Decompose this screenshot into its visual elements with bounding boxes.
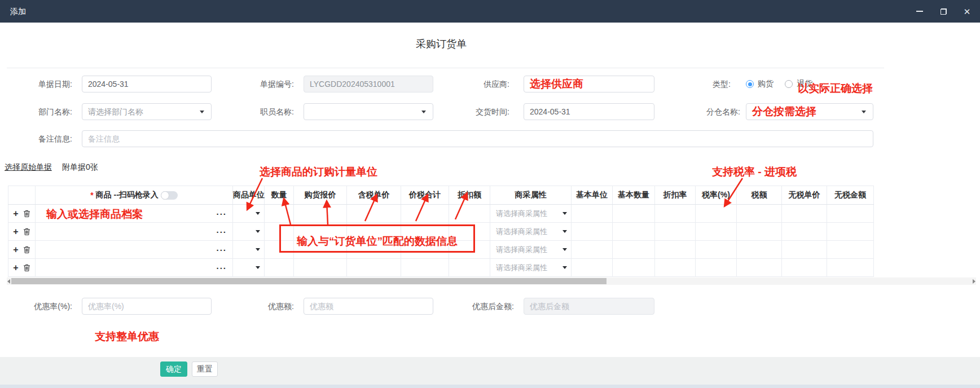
total-cell[interactable] <box>401 259 449 277</box>
discount-rate-cell[interactable] <box>655 223 696 241</box>
radio-unselected-icon <box>785 80 793 88</box>
toggle-knob <box>161 191 169 200</box>
col-header-unit: 商品单位 <box>233 186 265 205</box>
radio-purchase[interactable]: 购货 <box>746 79 774 89</box>
delete-row-icon[interactable] <box>23 246 30 254</box>
product-cell[interactable]: ... <box>36 259 233 277</box>
doc-date-input[interactable] <box>82 76 212 92</box>
scroll-left-icon[interactable] <box>7 279 10 284</box>
discount-rate-cell[interactable] <box>655 241 696 259</box>
unit-cell[interactable] <box>233 223 265 241</box>
department-select[interactable]: 请选择部门名称 <box>82 103 212 120</box>
tax-rate-cell[interactable] <box>696 259 737 277</box>
quote-cell[interactable] <box>294 205 347 223</box>
add-row-icon[interactable]: + <box>13 209 18 218</box>
attachment-count: 附单据0张 <box>62 162 98 171</box>
close-button[interactable]: ✕ <box>960 4 974 19</box>
doc-date-label: 单据日期: <box>0 76 72 92</box>
scroll-right-icon[interactable] <box>973 279 975 284</box>
discount-rate-cell[interactable] <box>655 259 696 277</box>
taxed-price-cell[interactable] <box>347 205 401 223</box>
warehouse-select[interactable]: 分仓按需选择 <box>746 103 873 120</box>
product-picker-button[interactable]: ... <box>216 225 227 235</box>
chevron-down-icon <box>562 248 567 251</box>
chevron-down-icon <box>562 266 567 269</box>
supplier-annotation: 选择供应商 <box>530 78 583 90</box>
table-row: + ... 请选择商采属性 <box>8 259 874 277</box>
final-amount-input <box>524 298 654 315</box>
discount-amt-cell[interactable] <box>449 259 490 277</box>
add-row-icon[interactable]: + <box>13 227 18 236</box>
untaxed-amt-cell <box>827 223 874 241</box>
product-cell[interactable]: ... <box>36 241 233 259</box>
base-unit-cell <box>572 205 613 223</box>
tax-amt-cell <box>737 241 782 259</box>
col-header-taxed-price: 含税单价 <box>347 186 401 205</box>
base-unit-cell <box>572 241 613 259</box>
discount-amt-cell[interactable] <box>449 205 490 223</box>
unit-cell[interactable] <box>233 259 265 277</box>
attr-cell[interactable]: 请选择商采属性 <box>490 205 572 223</box>
chevron-down-icon <box>562 230 567 233</box>
add-row-icon[interactable]: + <box>13 263 18 272</box>
product-column-header: * 商品 --扫码枪录入 <box>36 186 233 205</box>
product-cell[interactable]: ... <box>36 223 233 241</box>
base-qty-cell <box>613 205 655 223</box>
delete-row-icon[interactable] <box>23 210 30 218</box>
chevron-down-icon <box>421 111 426 113</box>
chevron-down-icon <box>256 248 260 251</box>
col-header-untaxed-price: 无税单价 <box>782 186 827 205</box>
scrollbar-thumb[interactable] <box>11 278 607 284</box>
tax-rate-cell[interactable] <box>696 223 737 241</box>
col-header-quote: 购货报价 <box>294 186 347 205</box>
discount-rate-input[interactable] <box>82 298 212 315</box>
tax-annotation: 支持税率 - 进项税 <box>712 165 797 179</box>
add-row-icon[interactable]: + <box>13 245 18 254</box>
attr-cell[interactable]: 请选择商采属性 <box>490 241 572 259</box>
supplier-input[interactable]: 选择供应商 <box>524 76 654 92</box>
minimize-button[interactable] <box>912 4 927 19</box>
attr-cell[interactable]: 请选择商采属性 <box>490 259 572 277</box>
base-qty-cell <box>613 241 655 259</box>
product-picker-button[interactable]: ... <box>216 207 227 217</box>
supplier-label: 供应商: <box>429 76 509 92</box>
total-cell[interactable] <box>401 205 449 223</box>
product-picker-button[interactable]: ... <box>216 243 227 253</box>
delete-row-icon[interactable] <box>23 228 30 236</box>
discount-annotation: 支持整单优惠 <box>95 329 159 344</box>
taxed-price-cell[interactable] <box>347 259 401 277</box>
remark-input[interactable] <box>82 130 873 147</box>
col-header-total: 价税合计 <box>401 186 449 205</box>
doc-no-label: 单据编号: <box>214 76 294 92</box>
type-label: 类型: <box>643 76 731 92</box>
tax-rate-cell[interactable] <box>696 205 737 223</box>
col-header-qty: 数量 <box>265 186 294 205</box>
window-title: 添加 <box>10 7 26 17</box>
chevron-down-icon <box>200 111 204 113</box>
discount-rate-label: 优惠率(%): <box>0 298 72 315</box>
col-header-base-qty: 基本数量 <box>613 186 655 205</box>
discount-amount-input[interactable] <box>304 298 433 315</box>
delete-row-icon[interactable] <box>23 264 30 272</box>
quote-cell[interactable] <box>294 259 347 277</box>
attr-cell[interactable]: 请选择商采属性 <box>490 223 572 241</box>
confirm-button[interactable]: 确定 <box>160 361 187 377</box>
select-original-doc-link[interactable]: 选择原始单据 <box>5 162 52 171</box>
delivery-date-input[interactable] <box>524 103 654 120</box>
page-title: 采购订货单 <box>0 37 882 51</box>
barcode-scan-toggle[interactable] <box>161 191 178 200</box>
horizontal-scrollbar <box>7 277 976 285</box>
qty-cell[interactable] <box>265 205 294 223</box>
employee-select[interactable] <box>304 103 433 120</box>
tax-rate-cell[interactable] <box>696 241 737 259</box>
tax-amt-cell <box>737 259 782 277</box>
product-picker-button[interactable]: ... <box>216 261 227 271</box>
unit-cell[interactable] <box>233 241 265 259</box>
restore-button[interactable] <box>936 4 951 19</box>
unit-cell[interactable] <box>233 205 265 223</box>
discount-rate-cell[interactable] <box>655 205 696 223</box>
untaxed-price-cell <box>782 241 827 259</box>
col-header-discount-rate: 折扣率 <box>655 186 696 205</box>
reset-button[interactable]: 重置 <box>192 361 218 377</box>
qty-cell[interactable] <box>265 259 294 277</box>
